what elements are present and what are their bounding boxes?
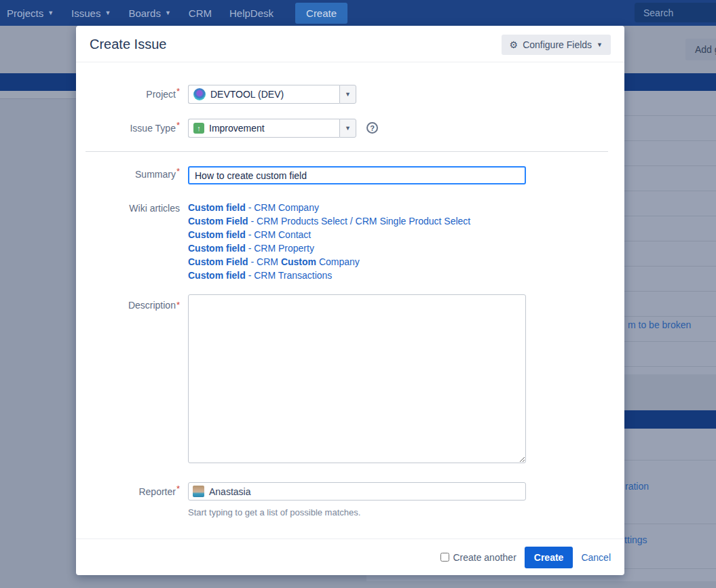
issue-type-help-icon[interactable]: ?: [366, 122, 378, 134]
section-divider: [86, 151, 608, 152]
description-textarea[interactable]: [188, 294, 526, 463]
summary-label: Summary*: [76, 165, 180, 184]
search-input[interactable]: [635, 3, 716, 22]
chevron-down-icon: ▼: [597, 41, 603, 48]
project-select-dropdown-button[interactable]: ▼: [339, 85, 356, 104]
dialog-header: Create Issue ⚙ Configure Fields ▼: [76, 26, 624, 62]
create-another-option[interactable]: Create another: [440, 552, 516, 563]
dialog-footer: Create another Create Cancel: [76, 538, 624, 575]
chevron-down-icon: ▼: [345, 91, 351, 98]
reporter-input[interactable]: Anastasia: [188, 482, 526, 501]
background-configuration-link[interactable]: ration: [625, 481, 649, 492]
project-select[interactable]: DEVTOOL (DEV) ▼: [188, 85, 356, 104]
wiki-articles-list: Custom field - CRM Company Custom Field …: [188, 201, 470, 282]
required-asterisk: *: [176, 166, 180, 176]
configure-fields-button[interactable]: ⚙ Configure Fields ▼: [502, 35, 611, 55]
wiki-article-link[interactable]: Custom field - CRM Property: [188, 241, 470, 255]
nav-create-button[interactable]: Create: [295, 3, 347, 24]
issue-type-label: Issue Type*: [76, 119, 180, 138]
top-navbar: Projects ▼ Issues ▼ Boards ▼ CRM HelpDes…: [0, 0, 716, 26]
nav-item-projects[interactable]: Projects ▼: [7, 7, 54, 19]
create-submit-button[interactable]: Create: [525, 547, 573, 568]
required-asterisk: *: [176, 86, 180, 96]
required-asterisk: *: [176, 120, 180, 130]
project-select-value: DEVTOOL (DEV): [210, 89, 284, 100]
nav-item-crm[interactable]: CRM: [189, 7, 212, 19]
background-issue-link[interactable]: m to be broken: [628, 319, 691, 330]
nav-item-issues[interactable]: Issues ▼: [71, 7, 111, 19]
issue-type-select-value: Improvement: [209, 123, 265, 134]
wiki-article-link[interactable]: Custom Field - CRM Products Select / CRM…: [188, 214, 470, 228]
dialog-title: Create Issue: [90, 37, 166, 52]
reporter-value: Anastasia: [209, 486, 250, 497]
chevron-down-icon: ▼: [345, 125, 351, 132]
cancel-link[interactable]: Cancel: [581, 552, 611, 563]
project-avatar-icon: [193, 88, 206, 100]
summary-input[interactable]: [188, 166, 526, 184]
required-asterisk: *: [176, 484, 180, 494]
chevron-down-icon: ▼: [165, 9, 171, 16]
wiki-article-link[interactable]: Custom field - CRM Contact: [188, 228, 470, 241]
chevron-down-icon: ▼: [48, 9, 54, 16]
description-label: Description*: [76, 294, 180, 312]
create-issue-dialog: Create Issue ⚙ Configure Fields ▼ Projec…: [76, 26, 624, 575]
wiki-articles-label: Wiki articles: [76, 201, 180, 216]
wiki-article-link[interactable]: Custom Field - CRM Custom Company: [188, 255, 470, 269]
nav-item-boards[interactable]: Boards ▼: [128, 7, 170, 19]
nav-item-helpdesk[interactable]: HelpDesk: [229, 7, 274, 19]
reporter-label: Reporter*: [76, 482, 180, 501]
add-gadget-button[interactable]: Add g: [685, 39, 716, 60]
project-label: Project*: [76, 85, 180, 104]
improvement-type-icon: ↑: [193, 123, 204, 134]
issue-type-select[interactable]: ↑ Improvement ▼: [188, 119, 356, 138]
gear-icon: ⚙: [510, 40, 519, 50]
issue-type-select-dropdown-button[interactable]: ▼: [339, 119, 356, 138]
chevron-down-icon: ▼: [105, 9, 111, 16]
wiki-article-link[interactable]: Custom field - CRM Transactions: [188, 269, 470, 282]
reporter-avatar: [193, 486, 204, 497]
create-another-checkbox[interactable]: [440, 553, 449, 562]
wiki-article-link[interactable]: Custom field - CRM Company: [188, 201, 470, 214]
reporter-help-text: Start typing to get a list of possible m…: [188, 507, 360, 517]
required-asterisk: *: [176, 300, 180, 310]
